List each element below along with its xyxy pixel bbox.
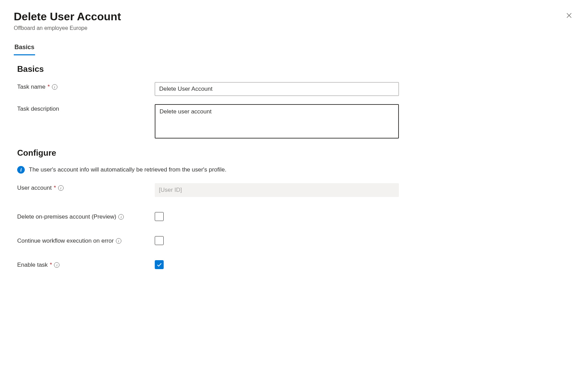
label-user-account-text: User account: [17, 185, 52, 191]
user-account-input: [User ID]: [155, 183, 399, 197]
page-title: Delete User Account: [14, 10, 121, 23]
row-enable-task: Enable task * i: [14, 260, 574, 269]
info-icon[interactable]: i: [118, 214, 124, 220]
label-task-description: Task description: [17, 104, 155, 112]
label-enable-task: Enable task * i: [17, 260, 155, 268]
check-icon: [156, 262, 162, 268]
label-task-description-text: Task description: [17, 106, 59, 112]
required-indicator: *: [50, 262, 52, 268]
close-button[interactable]: [564, 10, 574, 22]
info-banner-icon: i: [17, 166, 25, 174]
label-delete-onprem: Delete on-premises account (Preview) i: [17, 212, 155, 220]
info-icon[interactable]: i: [52, 84, 57, 90]
input-wrap-task-name: [155, 82, 399, 96]
label-enable-task-text: Enable task: [17, 262, 48, 268]
header-text: Delete User Account Offboard an employee…: [14, 10, 121, 31]
row-continue-on-error: Continue workflow execution on error i: [14, 236, 574, 245]
tab-basics[interactable]: Basics: [14, 42, 35, 55]
input-wrap-user-account: [User ID]: [155, 183, 399, 197]
info-icon[interactable]: i: [54, 262, 59, 268]
close-icon: [565, 12, 573, 19]
panel-header: Delete User Account Offboard an employee…: [14, 10, 574, 31]
required-indicator: *: [47, 84, 50, 90]
info-banner: i The user's account info will automatic…: [14, 166, 574, 174]
enable-task-checkbox[interactable]: [155, 260, 164, 269]
label-user-account: User account * i: [17, 183, 155, 191]
label-task-name: Task name * i: [17, 82, 155, 90]
input-wrap-task-description: [155, 104, 399, 140]
section-heading-configure: Configure: [17, 148, 574, 158]
delete-onprem-checkbox[interactable]: [155, 212, 164, 221]
tabs: Basics: [14, 42, 574, 55]
section-heading-basics: Basics: [17, 64, 574, 74]
label-continue-on-error-text: Continue workflow execution on error: [17, 237, 114, 244]
info-banner-text: The user's account info will automatical…: [29, 166, 226, 173]
row-delete-onprem: Delete on-premises account (Preview) i: [14, 212, 574, 221]
row-task-name: Task name * i: [14, 82, 574, 96]
label-continue-on-error: Continue workflow execution on error i: [17, 236, 155, 244]
page-subtitle: Offboard an employee Europe: [14, 25, 121, 31]
checkbox-wrap-delete-onprem: [155, 212, 164, 221]
label-delete-onprem-text: Delete on-premises account (Preview): [17, 213, 116, 220]
checkbox-wrap-continue-on-error: [155, 236, 164, 245]
task-description-input[interactable]: [155, 104, 399, 139]
row-user-account: User account * i [User ID]: [14, 183, 574, 197]
row-task-description: Task description: [14, 104, 574, 140]
info-icon[interactable]: i: [116, 238, 121, 244]
required-indicator: *: [54, 185, 56, 191]
info-icon[interactable]: i: [58, 185, 64, 191]
task-name-input[interactable]: [155, 82, 399, 96]
label-task-name-text: Task name: [17, 84, 45, 90]
checkbox-wrap-enable-task: [155, 260, 164, 269]
continue-on-error-checkbox[interactable]: [155, 236, 164, 245]
